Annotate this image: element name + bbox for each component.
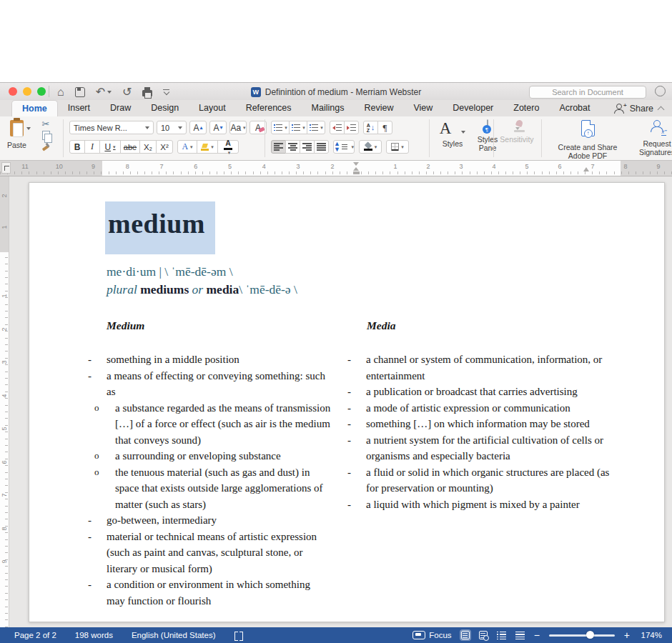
shading-button[interactable] (359, 140, 382, 154)
minimize-window-button[interactable] (23, 87, 31, 96)
ribbon-tab[interactable]: Review (354, 100, 403, 116)
definition-item[interactable]: - a publication or broadcast that carrie… (347, 384, 623, 400)
ribbon-tab[interactable]: Acrobat (549, 100, 600, 116)
sort-button[interactable]: AZ↓ (363, 121, 378, 134)
definition-item[interactable]: o the tenuous material (such as gas and … (88, 464, 331, 513)
ribbon-tab[interactable]: Design (141, 100, 189, 116)
focus-mode-button[interactable]: Focus (412, 631, 451, 639)
multilevel-list-button[interactable] (307, 121, 325, 134)
definition-item[interactable]: o a substance regarded as the means of t… (88, 400, 331, 449)
shrink-font-button[interactable]: A (209, 121, 227, 134)
right-indent-marker[interactable] (583, 167, 589, 171)
hanging-indent-marker[interactable] (353, 167, 359, 171)
highlight-color-button[interactable] (197, 140, 218, 154)
zoom-window-button[interactable] (37, 87, 46, 96)
ribbon-tab[interactable]: Insert (58, 100, 100, 116)
borders-button[interactable] (386, 140, 409, 154)
definition-item[interactable]: - a condition or environment in which so… (88, 577, 331, 609)
copy-icon[interactable] (42, 131, 50, 140)
definition-item[interactable]: - go-between, intermediary (88, 512, 331, 529)
definition-item[interactable]: - a means of effecting or conveying some… (88, 368, 331, 400)
definition-item[interactable]: - a mode of artistic expression or commu… (347, 400, 623, 417)
underline-button[interactable]: U (99, 140, 121, 154)
superscript-button[interactable]: X² (156, 140, 173, 154)
definition-item[interactable]: - a fluid or solid in which organic stru… (347, 464, 623, 497)
undo-button[interactable] (96, 86, 112, 98)
print-icon[interactable] (142, 87, 152, 96)
language-indicator[interactable]: English (United States) (132, 631, 216, 639)
definition-column-media[interactable]: Media - a channel or system of communica… (347, 319, 623, 512)
ribbon-tab[interactable]: Developer (443, 100, 503, 116)
page-indicator[interactable]: Page 2 of 2 (14, 631, 56, 639)
definition-item[interactable]: - something […] on which information may… (347, 416, 623, 432)
web-layout-view-button[interactable] (479, 631, 488, 639)
definition-item[interactable]: o a surrounding or enveloping substance (88, 448, 331, 464)
zoom-out-button[interactable]: − (534, 630, 540, 640)
share-button[interactable]: + Share (614, 100, 663, 116)
zoom-slider[interactable] (549, 634, 615, 637)
save-icon[interactable] (75, 87, 85, 97)
text-effects-button[interactable]: A (177, 140, 197, 154)
ribbon-tab[interactable]: Mailings (302, 100, 355, 116)
close-window-button[interactable] (9, 87, 17, 96)
styles-button[interactable]: A Styles (435, 120, 470, 148)
decrease-indent-button[interactable] (330, 121, 345, 134)
left-indent-marker[interactable] (353, 171, 360, 174)
pronunciation-line-1[interactable]: me·di·um | \ ˈmē-dē-əm \ (107, 264, 233, 279)
ribbon-tab[interactable]: Layout (189, 100, 236, 116)
line-spacing-button[interactable]: ▲▼ (333, 140, 355, 154)
ribbon-tab[interactable]: References (236, 100, 302, 116)
outline-view-button[interactable] (497, 632, 506, 639)
font-name-select[interactable]: Times New R... (69, 121, 154, 134)
zoom-percentage[interactable]: 174% (639, 631, 662, 639)
collapse-ribbon-icon[interactable] (658, 106, 665, 113)
home-icon[interactable] (57, 86, 64, 98)
create-share-adobe-pdf-button[interactable]: Create and Share Adobe PDF (552, 120, 623, 160)
font-size-select[interactable]: 10 (157, 121, 187, 134)
print-layout-view-button[interactable] (461, 631, 470, 639)
customize-toolbar-icon[interactable] (163, 89, 169, 95)
show-paragraph-marks-button[interactable]: ¶ (377, 121, 392, 134)
ribbon-tab[interactable]: Draw (100, 100, 141, 116)
ribbon-tab[interactable]: Zotero (503, 100, 549, 116)
format-painter-icon[interactable] (41, 142, 50, 151)
align-center-button[interactable] (285, 140, 300, 154)
strikethrough-button[interactable]: abe (120, 140, 140, 154)
search-input[interactable]: Search in Document (529, 86, 646, 99)
numbering-button[interactable] (289, 121, 307, 134)
ribbon-tab[interactable]: Home (11, 100, 58, 116)
align-left-button[interactable] (271, 140, 286, 154)
paste-dropdown-caret[interactable] (26, 127, 31, 130)
first-line-indent-marker[interactable] (353, 162, 359, 166)
tab-stop-selector[interactable] (1, 162, 11, 174)
grow-font-button[interactable]: A (189, 121, 207, 134)
ribbon-tab[interactable]: View (403, 100, 443, 116)
account-circle-icon[interactable] (655, 86, 666, 96)
cut-icon[interactable]: ✂ (42, 119, 50, 129)
definition-item[interactable]: - something in a middle position (88, 352, 331, 368)
paste-button[interactable]: Paste (7, 120, 26, 149)
undo-dropdown-caret[interactable] (107, 91, 112, 94)
zoom-in-button[interactable]: + (624, 630, 630, 640)
subscript-button[interactable]: X₂ (139, 140, 157, 154)
document-page[interactable]: medium me·di·um | \ ˈmē-dē-əm \ plural m… (29, 182, 665, 622)
italic-button[interactable]: I (84, 140, 100, 154)
font-color-button[interactable]: A (217, 140, 239, 154)
definition-item[interactable]: - a nutrient system for the artificial c… (347, 432, 623, 464)
bold-button[interactable]: B (69, 140, 85, 154)
definition-item[interactable]: - a channel or system of communication, … (347, 352, 623, 384)
request-signatures-button[interactable]: x‴ Request Signatures (629, 120, 672, 156)
bullets-button[interactable] (271, 121, 290, 134)
definition-item[interactable]: - material or technical means of artisti… (88, 529, 331, 577)
zoom-slider-thumb[interactable] (586, 631, 594, 639)
justify-button[interactable] (314, 140, 329, 154)
draft-view-button[interactable] (515, 632, 525, 639)
align-right-button[interactable] (300, 140, 315, 154)
headword-highlighted-text[interactable]: medium (105, 201, 215, 254)
increase-indent-button[interactable] (344, 121, 359, 134)
change-case-button[interactable]: Aa (229, 121, 247, 134)
redo-icon[interactable] (122, 86, 132, 98)
track-changes-icon[interactable] (234, 632, 243, 639)
horizontal-ruler[interactable]: 111098765432 123456789 (0, 161, 672, 176)
definition-column-medium[interactable]: Medium - something in a middle position … (88, 319, 331, 609)
